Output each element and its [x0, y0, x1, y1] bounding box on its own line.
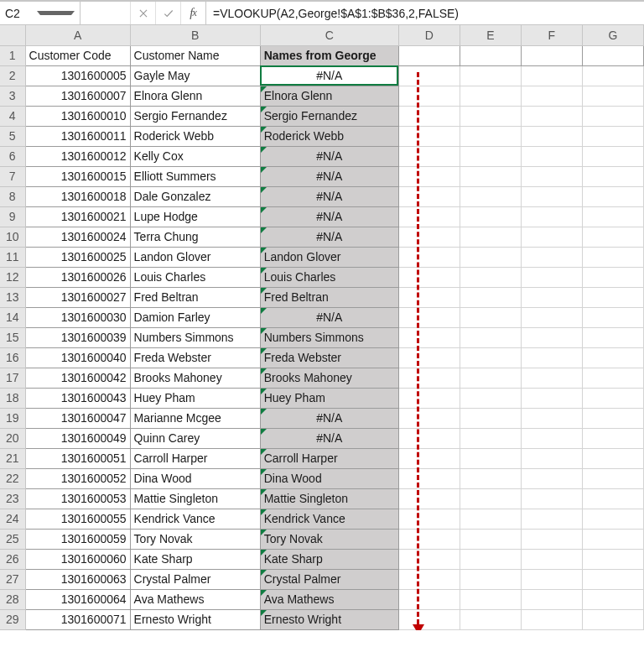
- cell-C9[interactable]: #N/A: [260, 206, 398, 227]
- cell-blank[interactable]: [460, 609, 521, 629]
- cell-blank[interactable]: [460, 347, 521, 368]
- cell-blank[interactable]: [460, 287, 521, 307]
- row-header-12[interactable]: 12: [0, 267, 25, 287]
- cell-C19[interactable]: #N/A: [260, 408, 398, 428]
- cell-B16[interactable]: Freda Webster: [130, 347, 260, 368]
- cell-blank[interactable]: [521, 529, 582, 549]
- cell-blank[interactable]: [582, 609, 643, 629]
- cell-B14[interactable]: Damion Farley: [130, 307, 260, 327]
- cell-blank[interactable]: [582, 146, 643, 166]
- cell-blank[interactable]: [460, 529, 521, 549]
- cell-B2[interactable]: Gayle May: [130, 65, 260, 86]
- cell-A13[interactable]: 1301600027: [25, 287, 130, 307]
- cell-blank[interactable]: [460, 126, 521, 146]
- cancel-edit-button[interactable]: [131, 2, 156, 24]
- formula-input[interactable]: =VLOOKUP(A2,George!$A$1:$B$36,2,FALSE): [206, 2, 644, 24]
- cell-blank[interactable]: [582, 347, 643, 368]
- cell-blank[interactable]: [521, 509, 582, 529]
- cell-blank[interactable]: [582, 126, 643, 146]
- cell-blank[interactable]: [460, 408, 521, 428]
- cell-blank[interactable]: [398, 569, 460, 589]
- cell-B12[interactable]: Louis Charles: [130, 267, 260, 287]
- cell-blank[interactable]: [582, 388, 643, 408]
- cell-blank[interactable]: [398, 126, 460, 146]
- row-header-20[interactable]: 20: [0, 428, 25, 448]
- cell-blank[interactable]: [398, 227, 460, 247]
- cell-blank[interactable]: [521, 388, 582, 408]
- cell-blank[interactable]: [582, 468, 643, 488]
- cell-B4[interactable]: Sergio Fernandez: [130, 106, 260, 126]
- row-header-22[interactable]: 22: [0, 468, 25, 488]
- cell-blank[interactable]: [521, 126, 582, 146]
- cell-blank[interactable]: [398, 529, 460, 549]
- cell-B11[interactable]: Landon Glover: [130, 247, 260, 267]
- cell-blank[interactable]: [398, 247, 460, 267]
- cell-blank[interactable]: [460, 186, 521, 206]
- cell-A17[interactable]: 1301600042: [25, 368, 130, 388]
- cell-blank[interactable]: [521, 468, 582, 488]
- row-header-19[interactable]: 19: [0, 408, 25, 428]
- cell-blank[interactable]: [582, 327, 643, 347]
- cell-A1[interactable]: Customer Code: [25, 45, 130, 65]
- cell-F1[interactable]: [521, 45, 582, 65]
- cell-blank[interactable]: [582, 569, 643, 589]
- cell-B6[interactable]: Kelly Cox: [130, 146, 260, 166]
- cell-blank[interactable]: [460, 65, 521, 86]
- row-header-2[interactable]: 2: [0, 65, 25, 86]
- cell-C2[interactable]: #N/A: [260, 65, 398, 86]
- cell-blank[interactable]: [521, 206, 582, 227]
- cell-blank[interactable]: [521, 106, 582, 126]
- cell-A16[interactable]: 1301600040: [25, 347, 130, 368]
- cell-blank[interactable]: [521, 609, 582, 629]
- col-header-F[interactable]: F: [521, 25, 582, 45]
- row-header-29[interactable]: 29: [0, 609, 25, 629]
- row-header-5[interactable]: 5: [0, 126, 25, 146]
- cell-C10[interactable]: #N/A: [260, 227, 398, 247]
- cell-blank[interactable]: [460, 448, 521, 468]
- cell-blank[interactable]: [521, 327, 582, 347]
- cell-blank[interactable]: [521, 408, 582, 428]
- cell-blank[interactable]: [460, 307, 521, 327]
- cell-blank[interactable]: [582, 488, 643, 509]
- cell-C27[interactable]: Crystal Palmer: [260, 569, 398, 589]
- row-header-11[interactable]: 11: [0, 247, 25, 267]
- cell-A11[interactable]: 1301600025: [25, 247, 130, 267]
- cell-blank[interactable]: [460, 227, 521, 247]
- cell-B21[interactable]: Carroll Harper: [130, 448, 260, 468]
- cell-blank[interactable]: [582, 267, 643, 287]
- cell-C25[interactable]: Tory Novak: [260, 529, 398, 549]
- cell-B24[interactable]: Kendrick Vance: [130, 509, 260, 529]
- cell-blank[interactable]: [398, 589, 460, 609]
- cell-blank[interactable]: [398, 267, 460, 287]
- row-header-28[interactable]: 28: [0, 589, 25, 609]
- cell-A24[interactable]: 1301600055: [25, 509, 130, 529]
- cell-blank[interactable]: [460, 368, 521, 388]
- cell-C20[interactable]: #N/A: [260, 428, 398, 448]
- cell-blank[interactable]: [398, 186, 460, 206]
- cell-A12[interactable]: 1301600026: [25, 267, 130, 287]
- cell-B26[interactable]: Kate Sharp: [130, 549, 260, 569]
- cell-A10[interactable]: 1301600024: [25, 227, 130, 247]
- row-header-1[interactable]: 1: [0, 45, 25, 65]
- row-header-26[interactable]: 26: [0, 549, 25, 569]
- cell-blank[interactable]: [521, 589, 582, 609]
- cell-blank[interactable]: [460, 247, 521, 267]
- cell-B20[interactable]: Quinn Carey: [130, 428, 260, 448]
- cell-blank[interactable]: [460, 388, 521, 408]
- cell-blank[interactable]: [460, 146, 521, 166]
- spreadsheet-grid[interactable]: A B C D E F G 1 Customer Code Customer N…: [0, 25, 644, 630]
- cell-blank[interactable]: [582, 448, 643, 468]
- cell-blank[interactable]: [460, 106, 521, 126]
- cell-B13[interactable]: Fred Beltran: [130, 287, 260, 307]
- cell-G1[interactable]: [582, 45, 643, 65]
- cell-blank[interactable]: [521, 368, 582, 388]
- cell-blank[interactable]: [398, 428, 460, 448]
- cell-A3[interactable]: 1301600007: [25, 86, 130, 106]
- cell-blank[interactable]: [398, 388, 460, 408]
- cell-blank[interactable]: [521, 307, 582, 327]
- cell-B29[interactable]: Ernesto Wright: [130, 609, 260, 629]
- cell-C14[interactable]: #N/A: [260, 307, 398, 327]
- cell-blank[interactable]: [521, 287, 582, 307]
- cell-A5[interactable]: 1301600011: [25, 126, 130, 146]
- row-header-21[interactable]: 21: [0, 448, 25, 468]
